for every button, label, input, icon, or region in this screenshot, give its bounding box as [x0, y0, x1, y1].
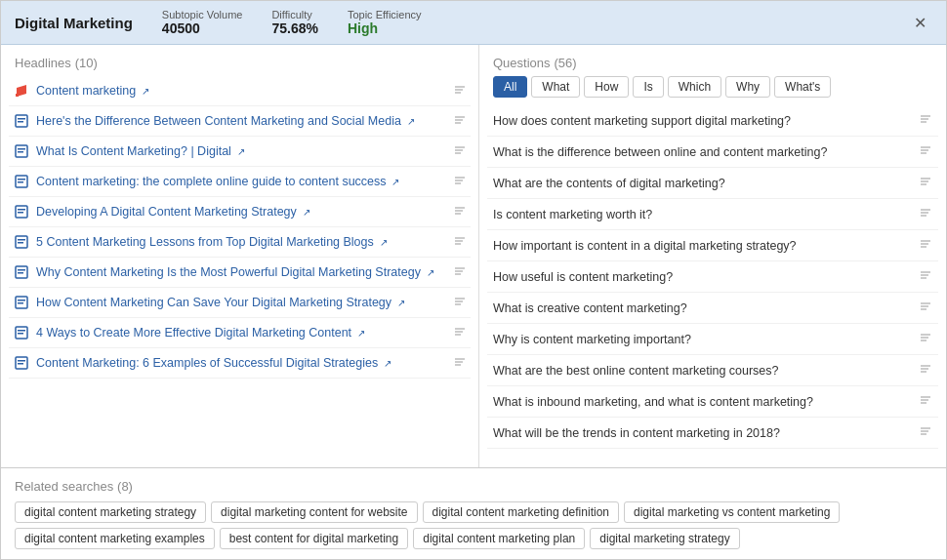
filter-tab-is[interactable]: Is [633, 76, 663, 98]
sort-icon[interactable] [919, 175, 932, 191]
headline-item[interactable]: 4 Ways to Create More Effective Digital … [9, 318, 471, 348]
headline-item[interactable]: Content marketing ↗ [9, 76, 471, 106]
headline-item[interactable]: Why Content Marketing Is the Most Powerf… [9, 258, 471, 288]
question-item[interactable]: What will be the trends in content marke… [487, 418, 938, 449]
sort-icon[interactable] [453, 113, 467, 130]
sort-icon[interactable] [453, 143, 467, 160]
svg-rect-25 [18, 212, 23, 214]
headline-item[interactable]: Developing A Digital Content Marketing S… [9, 197, 471, 227]
related-search-tag[interactable]: digital content marketing strategy [15, 501, 206, 523]
related-search-tag[interactable]: digital marketing strategy [590, 528, 739, 549]
topic-efficiency-stat: Topic Efficiency High [348, 9, 422, 36]
sort-icon[interactable] [919, 300, 932, 316]
question-item[interactable]: What is creative content marketing? [487, 293, 938, 324]
external-link-icon[interactable]: ↗ [424, 267, 434, 278]
question-item[interactable]: Is content marketing worth it? [487, 199, 938, 230]
sort-icon[interactable] [453, 264, 467, 281]
headline-icon [13, 173, 30, 190]
question-item[interactable]: What is inbound marketing, and what is c… [487, 386, 938, 418]
question-item[interactable]: What are the best online content marketi… [487, 355, 938, 386]
question-text: What is the difference between online an… [493, 145, 913, 159]
svg-rect-43 [18, 302, 23, 304]
sort-icon[interactable] [919, 112, 932, 129]
filter-tabs: AllWhatHowIsWhichWhyWhat's [479, 76, 946, 105]
external-link-icon[interactable]: ↗ [354, 328, 365, 339]
filter-tab-what[interactable]: What [531, 76, 580, 98]
sort-icon[interactable] [453, 83, 467, 100]
external-link-icon[interactable]: ↗ [381, 358, 391, 369]
sort-icon[interactable] [919, 268, 932, 285]
headline-item[interactable]: 5 Content Marketing Lessons from Top Dig… [9, 227, 471, 258]
sort-icon[interactable] [453, 355, 467, 372]
svg-rect-24 [18, 209, 25, 211]
sort-icon[interactable] [919, 393, 932, 410]
close-button[interactable]: ✕ [908, 12, 932, 34]
question-item[interactable]: What are the contents of digital marketi… [487, 168, 938, 199]
svg-rect-7 [18, 121, 23, 123]
question-item[interactable]: What is the difference between online an… [487, 137, 938, 168]
headline-item[interactable]: How Content Marketing Can Save Your Digi… [9, 288, 471, 318]
question-item[interactable]: How does content marketing support digit… [487, 105, 938, 137]
related-search-tag[interactable]: digital content marketing definition [423, 501, 619, 523]
question-item[interactable]: Why is content marketing important? [487, 324, 938, 355]
filter-tab-whats[interactable]: What's [774, 76, 831, 98]
headline-icon [13, 354, 30, 372]
headline-item[interactable]: Content Marketing: 6 Examples of Success… [9, 348, 471, 379]
related-search-tag[interactable]: best content for digital marketing [220, 528, 408, 549]
sort-icon[interactable] [919, 362, 932, 379]
question-item[interactable]: How useful is content marketing? [487, 261, 938, 293]
tags-container: digital content marketing strategydigita… [15, 501, 932, 549]
difficulty-stat: Difficulty 75.68% [271, 9, 317, 36]
question-text: What will be the trends in content marke… [493, 426, 913, 440]
filter-tab-which[interactable]: Which [668, 76, 721, 98]
question-item[interactable]: How important is content in a digital ma… [487, 230, 938, 261]
sort-icon[interactable] [453, 204, 467, 220]
sort-icon[interactable] [919, 237, 932, 254]
sort-icon[interactable] [453, 325, 467, 341]
sort-icon[interactable] [919, 424, 932, 441]
filter-tab-all[interactable]: All [493, 76, 527, 98]
external-link-icon[interactable]: ↗ [139, 86, 149, 97]
difficulty-value: 75.68% [271, 20, 317, 36]
external-link-icon[interactable]: ↗ [394, 298, 405, 308]
related-search-tag[interactable]: digital content marketing plan [413, 528, 585, 549]
headline-text: 5 Content Marketing Lessons from Top Dig… [36, 235, 447, 249]
external-link-icon[interactable]: ↗ [234, 146, 245, 157]
subtopic-volume-label: Subtopic Volume [162, 9, 243, 20]
external-link-icon[interactable]: ↗ [390, 177, 400, 187]
headline-icon [13, 263, 30, 281]
headline-item[interactable]: Content marketing: the complete online g… [9, 167, 471, 197]
filter-tab-how[interactable]: How [584, 76, 629, 98]
external-link-icon[interactable]: ↗ [300, 207, 310, 218]
external-link-icon[interactable]: ↗ [377, 237, 388, 248]
svg-rect-13 [18, 151, 23, 153]
sort-icon[interactable] [453, 174, 467, 190]
question-text: Is content marketing worth it? [493, 208, 913, 221]
questions-header: Questions (56) [479, 45, 946, 76]
headline-item[interactable]: Here's the Difference Between Content Ma… [9, 106, 471, 137]
svg-rect-55 [18, 363, 23, 365]
headline-text: How Content Marketing Can Save Your Digi… [36, 296, 447, 309]
related-search-tag[interactable]: digital marketing vs content marketing [624, 501, 840, 523]
external-link-icon[interactable]: ↗ [404, 116, 415, 127]
headline-icon [13, 294, 30, 311]
headline-text: Content Marketing: 6 Examples of Success… [36, 356, 447, 370]
svg-rect-1 [16, 94, 19, 97]
question-text: How important is content in a digital ma… [493, 239, 913, 253]
filter-tab-why[interactable]: Why [725, 76, 770, 98]
svg-rect-49 [18, 333, 23, 335]
headline-icon [13, 324, 30, 341]
sort-icon[interactable] [453, 295, 467, 311]
svg-rect-54 [18, 360, 25, 362]
related-search-tag[interactable]: digital marketing content for website [211, 501, 417, 523]
headline-text: Content marketing: the complete online g… [36, 175, 447, 188]
topic-efficiency-label: Topic Efficiency [348, 9, 422, 20]
sort-icon[interactable] [919, 331, 932, 347]
headlines-list: Content marketing ↗Here's the Difference… [1, 76, 478, 467]
sort-icon[interactable] [919, 206, 932, 222]
headline-item[interactable]: What Is Content Marketing? | Digital ↗ [9, 137, 471, 167]
main-content: Headlines (10) Content marketing ↗Here's… [1, 45, 946, 467]
sort-icon[interactable] [919, 143, 932, 160]
sort-icon[interactable] [453, 234, 467, 251]
related-search-tag[interactable]: digital content marketing examples [15, 528, 215, 549]
